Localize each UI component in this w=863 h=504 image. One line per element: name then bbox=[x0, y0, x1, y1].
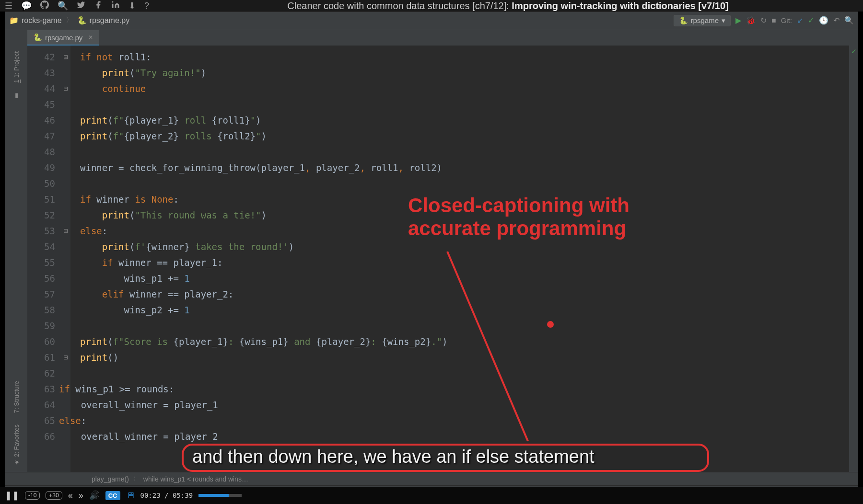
history-icon[interactable]: 🕓 bbox=[819, 16, 828, 25]
skip-forward-button[interactable]: +30 bbox=[46, 491, 62, 500]
file-name: rpsgame.py bbox=[90, 16, 130, 25]
fold-icon[interactable]: ⊟ bbox=[61, 223, 70, 239]
python-icon: 🐍 bbox=[679, 16, 688, 25]
structure-tool[interactable]: 7: Structure bbox=[13, 375, 20, 419]
ide-window: 📁 rocks-game 〉 🐍 rpsgame.py 🐍 rpsgame ▾ … bbox=[5, 11, 858, 491]
skip-back-button[interactable]: -10 bbox=[25, 491, 40, 500]
title-prefix: Cleaner code with common data structures… bbox=[287, 0, 512, 11]
video-title: Cleaner code with common data structures… bbox=[158, 0, 858, 11]
git-commit-icon[interactable]: ✓ bbox=[808, 16, 814, 25]
python-icon: 🐍 bbox=[77, 16, 87, 25]
fold-end-icon: ⊟ bbox=[61, 81, 70, 97]
editor-body: 11: Project ▮ 7: Structure ★ 2: Favorite… bbox=[5, 46, 858, 472]
cc-button[interactable]: CC bbox=[105, 491, 120, 500]
prev-icon[interactable]: « bbox=[68, 491, 73, 501]
stop-icon[interactable]: ■ bbox=[771, 16, 776, 25]
video-time: 00:23 / 05:39 bbox=[140, 492, 193, 499]
progress-fill bbox=[198, 494, 229, 497]
breadcrumb-file[interactable]: 🐍 rpsgame.py bbox=[77, 16, 130, 25]
top-bar: ☰ 💬 🔍 ⬇ ? Cleaner code with common data … bbox=[0, 0, 863, 11]
github-icon[interactable] bbox=[40, 0, 49, 11]
video-controls: ❚❚ -10 +30 « » 🔊 CC 🖥 00:23 / 05:39 bbox=[0, 487, 863, 504]
rerun-icon[interactable]: ↻ bbox=[760, 16, 767, 25]
search-icon[interactable]: 🔍 bbox=[58, 0, 68, 11]
favorites-tool[interactable]: ★ 2: Favorites bbox=[13, 419, 20, 472]
fold-icon[interactable]: ⊟ bbox=[61, 49, 70, 65]
fold-end-icon: ⊟ bbox=[61, 350, 70, 366]
tab-label: rpsgame.py bbox=[45, 34, 82, 42]
no-errors-icon: ✓ bbox=[851, 47, 857, 55]
file-tab[interactable]: 🐍 rpsgame.py ✕ bbox=[27, 30, 99, 46]
close-icon[interactable]: ✕ bbox=[88, 34, 93, 41]
title-bold: Improving win-tracking with dictionaries… bbox=[512, 0, 728, 11]
right-scroll-gutter[interactable]: ✓ bbox=[849, 46, 858, 472]
chevron-right-icon: 〉 bbox=[66, 15, 73, 25]
folder-icon: 📁 bbox=[9, 16, 19, 25]
line-numbers: 4243444546474849505152535455565758596061… bbox=[27, 46, 61, 472]
breadcrumb-bar: 📁 rocks-game 〉 🐍 rpsgame.py 🐍 rpsgame ▾ … bbox=[5, 12, 858, 29]
code-content[interactable]: if not roll1: print("Try again!") contin… bbox=[70, 46, 849, 472]
run-config-select[interactable]: 🐍 rpsgame ▾ bbox=[674, 15, 731, 26]
git-update-icon[interactable]: ↙ bbox=[797, 16, 803, 25]
chevron-right-icon: 〉 bbox=[133, 475, 140, 483]
trail-item[interactable]: while wins_p1 < rounds and wins… bbox=[143, 475, 248, 483]
git-label: Git: bbox=[781, 16, 792, 24]
menu-icon[interactable]: ☰ bbox=[5, 0, 12, 11]
facebook-icon[interactable] bbox=[94, 0, 103, 11]
breadcrumb-folder[interactable]: 📁 rocks-game bbox=[9, 16, 62, 25]
chat-icon[interactable]: 💬 bbox=[21, 0, 32, 11]
next-icon[interactable]: » bbox=[79, 491, 83, 501]
help-icon[interactable]: ? bbox=[144, 1, 149, 11]
run-config-label: rpsgame bbox=[691, 16, 719, 24]
python-icon: 🐍 bbox=[33, 33, 42, 42]
chevron-down-icon: ▾ bbox=[722, 16, 725, 25]
display-icon[interactable]: 🖥 bbox=[126, 491, 135, 501]
linkedin-icon[interactable] bbox=[111, 0, 120, 11]
revert-icon[interactable]: ↶ bbox=[833, 16, 840, 25]
folder-name: rocks-game bbox=[22, 16, 62, 25]
toolbar-right: 🐍 rpsgame ▾ ▶ 🐞 ↻ ■ Git: ↙ ✓ 🕓 ↶ 🔍 bbox=[674, 15, 854, 26]
tab-bar: 🐍 rpsgame.py ✕ bbox=[5, 29, 858, 46]
trail-item[interactable]: play_game() bbox=[92, 475, 129, 483]
download-icon[interactable]: ⬇ bbox=[128, 0, 136, 11]
folder-icon[interactable]: ▮ bbox=[15, 89, 18, 102]
volume-icon[interactable]: 🔊 bbox=[89, 490, 100, 501]
pause-icon[interactable]: ❚❚ bbox=[5, 490, 19, 501]
project-tool[interactable]: 11: Project bbox=[13, 46, 20, 89]
run-icon[interactable]: ▶ bbox=[735, 16, 741, 25]
search-icon[interactable]: 🔍 bbox=[844, 16, 854, 25]
code-area: 4243444546474849505152535455565758596061… bbox=[27, 46, 858, 472]
code-trail: play_game() 〉 while wins_p1 < rounds and… bbox=[5, 472, 858, 485]
breadcrumb: 📁 rocks-game 〉 🐍 rpsgame.py bbox=[9, 15, 129, 25]
progress-bar[interactable] bbox=[198, 494, 242, 497]
debug-icon[interactable]: 🐞 bbox=[746, 16, 756, 25]
left-tool-gutter: 11: Project ▮ 7: Structure ★ 2: Favorite… bbox=[5, 46, 27, 472]
top-bar-icons: ☰ 💬 🔍 ⬇ ? bbox=[5, 0, 149, 11]
twitter-icon[interactable] bbox=[77, 0, 85, 11]
